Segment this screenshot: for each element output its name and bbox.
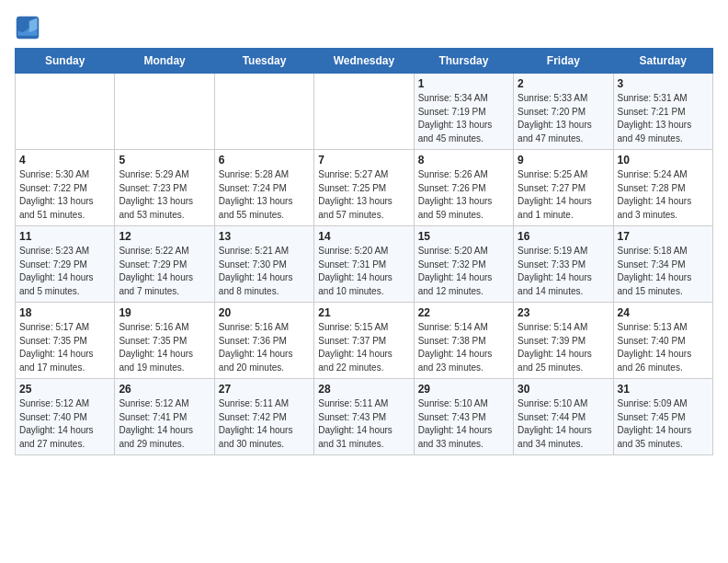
calendar-cell: 8Sunrise: 5:26 AM Sunset: 7:26 PM Daylig… <box>414 150 513 226</box>
day-info: Sunrise: 5:20 AM Sunset: 7:32 PM Dayligh… <box>418 245 509 298</box>
calendar-cell: 3Sunrise: 5:31 AM Sunset: 7:21 PM Daylig… <box>613 74 712 150</box>
day-number: 6 <box>219 154 310 167</box>
day-info: Sunrise: 5:25 AM Sunset: 7:27 PM Dayligh… <box>518 168 609 222</box>
day-number: 23 <box>518 306 609 319</box>
calendar-cell: 11Sunrise: 5:23 AM Sunset: 7:29 PM Dayli… <box>16 226 115 303</box>
day-info: Sunrise: 5:10 AM Sunset: 7:43 PM Dayligh… <box>418 397 509 451</box>
day-number: 11 <box>19 230 110 243</box>
calendar-cell: 27Sunrise: 5:11 AM Sunset: 7:42 PM Dayli… <box>214 379 313 455</box>
day-info: Sunrise: 5:14 AM Sunset: 7:38 PM Dayligh… <box>418 321 509 374</box>
day-number: 10 <box>618 154 709 167</box>
day-number: 13 <box>219 230 310 243</box>
calendar-cell: 31Sunrise: 5:09 AM Sunset: 7:45 PM Dayli… <box>613 379 712 455</box>
day-number: 28 <box>318 383 409 396</box>
day-number: 4 <box>19 154 110 167</box>
day-info: Sunrise: 5:31 AM Sunset: 7:21 PM Dayligh… <box>618 92 709 145</box>
calendar-cell <box>214 74 313 150</box>
day-number: 15 <box>418 230 509 243</box>
day-number: 25 <box>19 383 110 396</box>
day-info: Sunrise: 5:12 AM Sunset: 7:41 PM Dayligh… <box>119 397 210 451</box>
day-number: 18 <box>19 306 110 319</box>
calendar-cell: 23Sunrise: 5:14 AM Sunset: 7:39 PM Dayli… <box>514 303 613 379</box>
day-info: Sunrise: 5:21 AM Sunset: 7:30 PM Dayligh… <box>219 245 310 298</box>
day-info: Sunrise: 5:10 AM Sunset: 7:44 PM Dayligh… <box>518 397 609 451</box>
day-info: Sunrise: 5:09 AM Sunset: 7:45 PM Dayligh… <box>618 397 709 451</box>
day-number: 30 <box>518 383 609 396</box>
day-number: 9 <box>518 154 609 167</box>
day-number: 8 <box>418 154 509 167</box>
calendar-cell: 22Sunrise: 5:14 AM Sunset: 7:38 PM Dayli… <box>414 303 513 379</box>
calendar-cell: 20Sunrise: 5:16 AM Sunset: 7:36 PM Dayli… <box>214 303 313 379</box>
day-info: Sunrise: 5:34 AM Sunset: 7:19 PM Dayligh… <box>418 92 509 145</box>
calendar-cell: 26Sunrise: 5:12 AM Sunset: 7:41 PM Dayli… <box>115 379 214 455</box>
day-info: Sunrise: 5:22 AM Sunset: 7:29 PM Dayligh… <box>119 245 210 298</box>
day-number: 26 <box>119 383 210 396</box>
day-info: Sunrise: 5:11 AM Sunset: 7:42 PM Dayligh… <box>219 397 310 451</box>
calendar-table: SundayMondayTuesdayWednesdayThursdayFrid… <box>15 48 713 455</box>
day-number: 22 <box>418 306 509 319</box>
day-number: 29 <box>418 383 509 396</box>
calendar-cell: 5Sunrise: 5:29 AM Sunset: 7:23 PM Daylig… <box>115 150 214 226</box>
column-header-friday: Friday <box>514 49 613 74</box>
day-number: 21 <box>318 306 409 319</box>
calendar-cell: 19Sunrise: 5:16 AM Sunset: 7:35 PM Dayli… <box>115 303 214 379</box>
day-number: 17 <box>618 230 709 243</box>
calendar-week-row: 1Sunrise: 5:34 AM Sunset: 7:19 PM Daylig… <box>16 74 713 150</box>
calendar-cell: 16Sunrise: 5:19 AM Sunset: 7:33 PM Dayli… <box>514 226 613 303</box>
day-info: Sunrise: 5:15 AM Sunset: 7:37 PM Dayligh… <box>318 321 409 374</box>
day-number: 1 <box>418 77 509 90</box>
calendar-cell: 21Sunrise: 5:15 AM Sunset: 7:37 PM Dayli… <box>314 303 414 379</box>
column-header-wednesday: Wednesday <box>314 49 414 74</box>
day-number: 24 <box>618 306 709 319</box>
calendar-cell: 30Sunrise: 5:10 AM Sunset: 7:44 PM Dayli… <box>514 379 613 455</box>
calendar-cell: 4Sunrise: 5:30 AM Sunset: 7:22 PM Daylig… <box>16 150 115 226</box>
calendar-cell: 13Sunrise: 5:21 AM Sunset: 7:30 PM Dayli… <box>214 226 313 303</box>
day-info: Sunrise: 5:23 AM Sunset: 7:29 PM Dayligh… <box>19 245 110 298</box>
calendar-cell: 2Sunrise: 5:33 AM Sunset: 7:20 PM Daylig… <box>514 74 613 150</box>
calendar-week-row: 4Sunrise: 5:30 AM Sunset: 7:22 PM Daylig… <box>16 150 713 226</box>
day-number: 20 <box>219 306 310 319</box>
logo-icon <box>15 15 40 40</box>
day-info: Sunrise: 5:20 AM Sunset: 7:31 PM Dayligh… <box>318 245 409 298</box>
calendar-cell: 6Sunrise: 5:28 AM Sunset: 7:24 PM Daylig… <box>214 150 313 226</box>
column-header-saturday: Saturday <box>613 49 712 74</box>
day-info: Sunrise: 5:33 AM Sunset: 7:20 PM Dayligh… <box>518 92 609 145</box>
column-header-thursday: Thursday <box>414 49 513 74</box>
calendar-cell <box>115 74 214 150</box>
day-number: 7 <box>318 154 409 167</box>
column-header-monday: Monday <box>115 49 214 74</box>
day-number: 16 <box>518 230 609 243</box>
calendar-cell: 14Sunrise: 5:20 AM Sunset: 7:31 PM Dayli… <box>314 226 414 303</box>
calendar-cell: 18Sunrise: 5:17 AM Sunset: 7:35 PM Dayli… <box>16 303 115 379</box>
calendar-cell: 28Sunrise: 5:11 AM Sunset: 7:43 PM Dayli… <box>314 379 414 455</box>
day-number: 14 <box>318 230 409 243</box>
day-info: Sunrise: 5:16 AM Sunset: 7:35 PM Dayligh… <box>119 321 210 374</box>
day-number: 19 <box>119 306 210 319</box>
day-info: Sunrise: 5:18 AM Sunset: 7:34 PM Dayligh… <box>618 245 709 298</box>
calendar-cell: 10Sunrise: 5:24 AM Sunset: 7:28 PM Dayli… <box>613 150 712 226</box>
calendar-cell: 1Sunrise: 5:34 AM Sunset: 7:19 PM Daylig… <box>414 74 513 150</box>
day-number: 31 <box>618 383 709 396</box>
calendar-cell: 12Sunrise: 5:22 AM Sunset: 7:29 PM Dayli… <box>115 226 214 303</box>
column-header-tuesday: Tuesday <box>214 49 313 74</box>
calendar-cell: 29Sunrise: 5:10 AM Sunset: 7:43 PM Dayli… <box>414 379 513 455</box>
day-info: Sunrise: 5:17 AM Sunset: 7:35 PM Dayligh… <box>19 321 110 374</box>
day-info: Sunrise: 5:19 AM Sunset: 7:33 PM Dayligh… <box>518 245 609 298</box>
day-info: Sunrise: 5:16 AM Sunset: 7:36 PM Dayligh… <box>219 321 310 374</box>
day-info: Sunrise: 5:24 AM Sunset: 7:28 PM Dayligh… <box>618 168 709 222</box>
column-header-sunday: Sunday <box>16 49 115 74</box>
calendar-week-row: 18Sunrise: 5:17 AM Sunset: 7:35 PM Dayli… <box>16 303 713 379</box>
day-info: Sunrise: 5:12 AM Sunset: 7:40 PM Dayligh… <box>19 397 110 451</box>
calendar-cell <box>16 74 115 150</box>
calendar-cell <box>314 74 414 150</box>
day-info: Sunrise: 5:29 AM Sunset: 7:23 PM Dayligh… <box>119 168 210 222</box>
calendar-cell: 9Sunrise: 5:25 AM Sunset: 7:27 PM Daylig… <box>514 150 613 226</box>
calendar-week-row: 25Sunrise: 5:12 AM Sunset: 7:40 PM Dayli… <box>16 379 713 455</box>
day-info: Sunrise: 5:27 AM Sunset: 7:25 PM Dayligh… <box>318 168 409 222</box>
day-number: 2 <box>518 77 609 90</box>
day-number: 3 <box>618 77 709 90</box>
calendar-cell: 17Sunrise: 5:18 AM Sunset: 7:34 PM Dayli… <box>613 226 712 303</box>
calendar-week-row: 11Sunrise: 5:23 AM Sunset: 7:29 PM Dayli… <box>16 226 713 303</box>
day-info: Sunrise: 5:13 AM Sunset: 7:40 PM Dayligh… <box>618 321 709 374</box>
calendar-cell: 15Sunrise: 5:20 AM Sunset: 7:32 PM Dayli… <box>414 226 513 303</box>
